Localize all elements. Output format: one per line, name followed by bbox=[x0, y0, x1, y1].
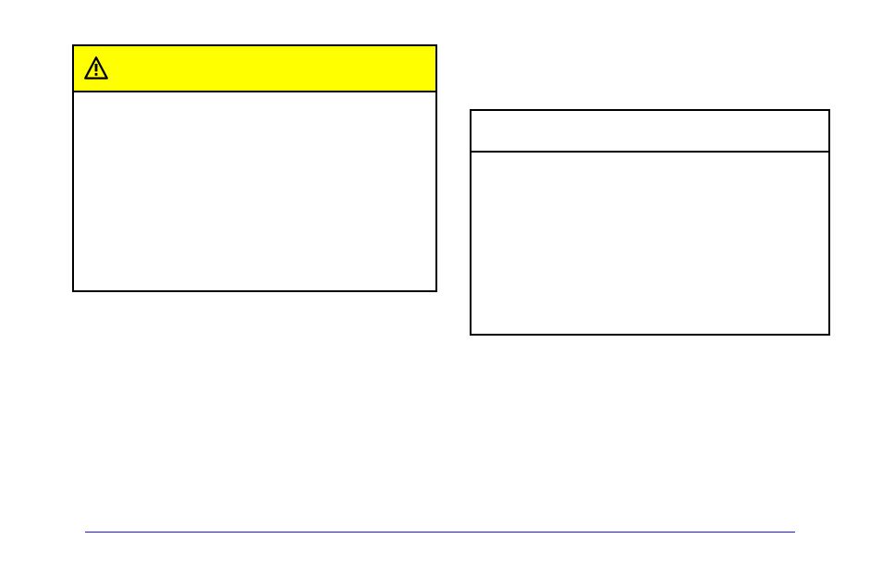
caution-box: CAUTION: bbox=[72, 44, 437, 292]
page-footer-divider bbox=[85, 532, 795, 533]
notice-body bbox=[472, 153, 828, 334]
caution-header: CAUTION: bbox=[74, 46, 435, 92]
caution-header-label: CAUTION: bbox=[116, 60, 189, 77]
notice-box: NOTICE: bbox=[470, 109, 830, 336]
caution-warning-icon bbox=[83, 55, 109, 81]
notice-header: NOTICE: bbox=[472, 111, 828, 153]
svg-rect-2 bbox=[95, 73, 98, 76]
svg-rect-1 bbox=[95, 64, 98, 71]
caution-body bbox=[74, 92, 435, 290]
